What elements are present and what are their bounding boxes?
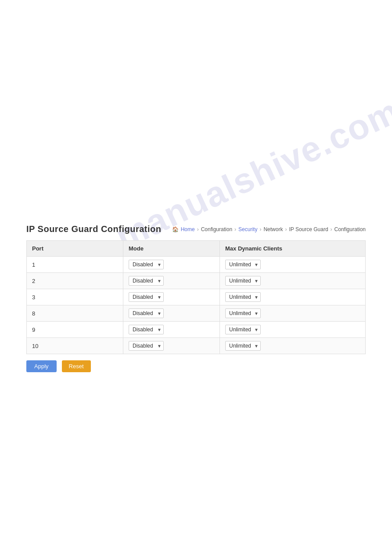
page-header: IP Source Guard Configuration 🏠 Home › C… <box>26 224 366 234</box>
breadcrumb-configuration[interactable]: Configuration <box>201 226 232 232</box>
button-row: Apply Reset <box>26 360 366 372</box>
mode-select[interactable]: DisabledEnabled <box>129 308 164 318</box>
table-row: 8DisabledEnabled▼Unlimited12481632641282… <box>27 305 366 322</box>
table-row: 2DisabledEnabled▼Unlimited12481632641282… <box>27 273 366 289</box>
table-row: 1DisabledEnabled▼Unlimited12481632641282… <box>27 257 366 273</box>
column-port: Port <box>27 241 123 257</box>
max-clients-cell: Unlimited12481632641282565121024▼ <box>220 257 366 273</box>
mode-select[interactable]: DisabledEnabled <box>129 276 164 286</box>
breadcrumb-config: Configuration <box>334 226 366 232</box>
port-cell: 10 <box>27 338 123 354</box>
max-clients-select[interactable]: Unlimited12481632641282565121024 <box>225 341 261 351</box>
config-table: Port Mode Max Dynamic Clients 1DisabledE… <box>26 240 366 354</box>
breadcrumb: 🏠 Home › Configuration › Security › Netw… <box>172 226 366 232</box>
mode-cell: DisabledEnabled▼ <box>123 338 220 354</box>
max-clients-cell: Unlimited12481632641282565121024▼ <box>220 289 366 305</box>
max-clients-cell: Unlimited12481632641282565121024▼ <box>220 338 366 354</box>
table-row: 9DisabledEnabled▼Unlimited12481632641282… <box>27 322 366 338</box>
mode-cell: DisabledEnabled▼ <box>123 289 220 305</box>
max-clients-cell: Unlimited12481632641282565121024▼ <box>220 305 366 322</box>
mode-select[interactable]: DisabledEnabled <box>129 260 164 269</box>
max-clients-select[interactable]: Unlimited12481632641282565121024 <box>225 292 261 302</box>
max-clients-select[interactable]: Unlimited12481632641282565121024 <box>225 276 261 286</box>
mode-select[interactable]: DisabledEnabled <box>129 325 164 334</box>
column-mode: Mode <box>123 241 220 257</box>
breadcrumb-home[interactable]: Home <box>181 226 195 232</box>
port-cell: 1 <box>27 257 123 273</box>
port-cell: 9 <box>27 322 123 338</box>
page-title: IP Source Guard Configuration <box>26 224 162 234</box>
reset-button[interactable]: Reset <box>62 360 91 372</box>
table-row: 3DisabledEnabled▼Unlimited12481632641282… <box>27 289 366 305</box>
max-clients-select[interactable]: Unlimited12481632641282565121024 <box>225 308 261 318</box>
breadcrumb-network[interactable]: Network <box>263 226 283 232</box>
max-clients-cell: Unlimited12481632641282565121024▼ <box>220 322 366 338</box>
breadcrumb-ip-source-guard[interactable]: IP Source Guard <box>289 226 328 232</box>
mode-cell: DisabledEnabled▼ <box>123 305 220 322</box>
port-cell: 3 <box>27 289 123 305</box>
apply-button[interactable]: Apply <box>26 360 57 372</box>
mode-select[interactable]: DisabledEnabled <box>129 292 164 302</box>
table-row: 10DisabledEnabled▼Unlimited1248163264128… <box>27 338 366 354</box>
port-cell: 2 <box>27 273 123 289</box>
home-icon: 🏠 <box>172 226 179 232</box>
max-clients-cell: Unlimited12481632641282565121024▼ <box>220 273 366 289</box>
mode-select[interactable]: DisabledEnabled <box>129 341 164 351</box>
mode-cell: DisabledEnabled▼ <box>123 322 220 338</box>
column-max-dynamic-clients: Max Dynamic Clients <box>220 241 366 257</box>
port-cell: 8 <box>27 305 123 322</box>
table-header-row: Port Mode Max Dynamic Clients <box>27 241 366 257</box>
mode-cell: DisabledEnabled▼ <box>123 273 220 289</box>
mode-cell: DisabledEnabled▼ <box>123 257 220 273</box>
breadcrumb-security[interactable]: Security <box>238 226 257 232</box>
max-clients-select[interactable]: Unlimited12481632641282565121024 <box>225 260 261 269</box>
max-clients-select[interactable]: Unlimited12481632641282565121024 <box>225 325 261 334</box>
